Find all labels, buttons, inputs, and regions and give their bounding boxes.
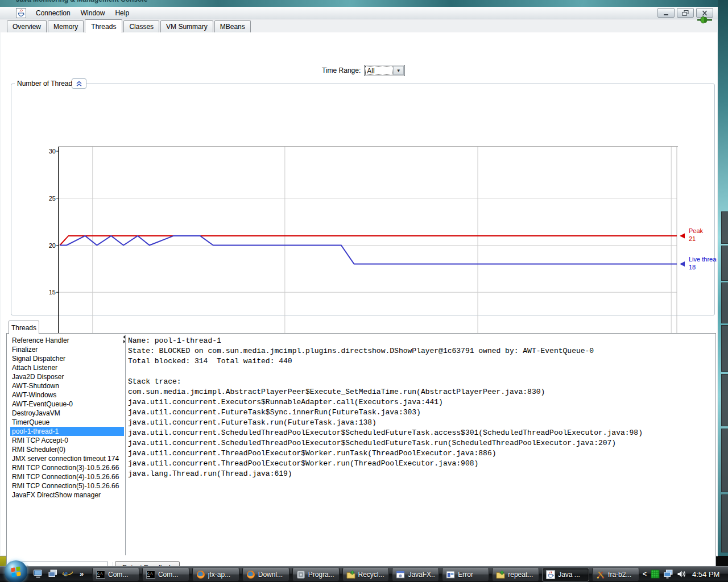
stack-trace-line: Stack trace: xyxy=(128,377,712,387)
window-title: Java Monitoring & Management Console xyxy=(16,0,147,3)
svg-text:Peak: Peak xyxy=(689,227,704,234)
stack-trace-line: com.sun.media.jmcimpl.AbstractPlayerPeer… xyxy=(128,387,712,397)
thread-list-item[interactable]: DestroyJavaVM xyxy=(10,409,124,418)
taskbar-button-label: fra-b2... xyxy=(608,571,631,579)
thread-list-item[interactable]: TimerQueue xyxy=(10,418,124,427)
stack-trace-line xyxy=(128,367,712,377)
network-tray-icon[interactable] xyxy=(651,569,660,579)
taskbar-buttons: C:\Com...C:\Com...jfx-ap...Downl...Progr… xyxy=(92,568,639,581)
svg-text:30: 30 xyxy=(49,148,56,155)
start-button[interactable] xyxy=(5,560,27,582)
taskbar-button-label: Java ... xyxy=(558,571,580,579)
stack-trace-line: Name: pool-1-thread-1 xyxy=(128,336,712,346)
folder-icon xyxy=(496,570,505,579)
thread-list: Reference HandlerFinalizerSignal Dispatc… xyxy=(10,336,124,553)
java-app-icon xyxy=(16,8,26,18)
tab-threads[interactable]: Threads xyxy=(85,19,122,33)
restore-button[interactable] xyxy=(677,8,694,18)
quick-launch-overflow-chevron[interactable]: » xyxy=(80,569,84,578)
thread-list-item[interactable]: Signal Dispatcher xyxy=(10,354,124,363)
internet-explorer-icon[interactable]: e xyxy=(63,568,73,579)
thread-list-item[interactable]: Attach Listener xyxy=(10,363,124,372)
taskbar-button-label: repeat... xyxy=(508,571,533,579)
taskbar-button-label: Progra... xyxy=(308,571,334,579)
thread-list-item[interactable]: RMI TCP Connection(3)-10.5.26.66 xyxy=(10,463,124,472)
menu-bar: Connection Window Help xyxy=(0,7,718,19)
thread-detail-text: Name: pool-1-thread-1State: BLOCKED on c… xyxy=(128,336,712,553)
thread-list-item[interactable]: Reference Handler xyxy=(10,336,124,345)
collapse-chevrons-icon[interactable] xyxy=(72,78,86,89)
tray-expand-chevron[interactable]: < xyxy=(643,570,647,578)
thread-list-item[interactable]: RMI Scheduler(0) xyxy=(10,445,124,454)
cmd-icon: C:\ xyxy=(96,570,105,579)
thread-list-item[interactable]: Java2D Disposer xyxy=(10,372,124,381)
taskbar-button[interactable]: JavaFX... xyxy=(392,568,439,581)
number-of-threads-groupbox: Number of Threads 302520151016:5116:5216… xyxy=(11,84,715,315)
taskbar-button-label: Error xyxy=(458,571,473,579)
brush-icon xyxy=(596,570,605,579)
thread-list-item[interactable]: JavaFX DirectShow manager xyxy=(10,490,124,500)
app-icon xyxy=(296,570,305,579)
taskbar-button[interactable]: Downl... xyxy=(242,568,289,581)
taskbar-button[interactable]: fra-b2... xyxy=(592,568,639,581)
taskbar-button[interactable]: Error xyxy=(442,568,489,581)
lower-tab-label: Threads xyxy=(11,324,36,332)
taskbar-button[interactable]: jfx-ap... xyxy=(192,568,239,581)
tab-mbeans[interactable]: MBeans xyxy=(214,20,251,32)
stack-trace-line: java.util.concurrent.ThreadPoolExecutor$… xyxy=(128,459,712,469)
taskbar-button-label: jfx-ap... xyxy=(208,571,230,579)
stack-trace-line: State: BLOCKED on com.sun.media.jmcimpl.… xyxy=(128,346,712,356)
quick-launch: e» xyxy=(33,568,84,579)
switch-windows-icon[interactable] xyxy=(48,568,58,579)
menu-help[interactable]: Help xyxy=(110,8,134,18)
svg-text:Live threads: Live threads xyxy=(689,256,717,263)
tab-classes[interactable]: Classes xyxy=(123,20,159,32)
display-tray-icon[interactable] xyxy=(664,569,673,579)
chart-title: Number of Threads xyxy=(15,80,78,88)
jconsole-window: Connection Window Help OverviewMemoryThr… xyxy=(0,7,718,556)
tab-vm-summary[interactable]: VM Summary xyxy=(160,20,213,32)
thread-list-item[interactable]: AWT-Windows xyxy=(10,390,124,400)
thread-list-item[interactable]: AWT-EventQueue-0 xyxy=(10,400,124,409)
taskbar-button-label: Recycl... xyxy=(358,571,384,579)
java-icon xyxy=(546,570,555,579)
stack-trace-line: java.util.concurrent.FutureTask$Sync.inn… xyxy=(128,408,712,418)
desktop-edge xyxy=(718,0,728,566)
taskbar-button[interactable]: Recycl... xyxy=(342,568,390,581)
tab-overview[interactable]: Overview xyxy=(7,20,47,32)
thread-list-item[interactable]: RMI TCP Accept-0 xyxy=(10,436,124,445)
volume-tray-icon[interactable] xyxy=(677,569,686,579)
tab-memory[interactable]: Memory xyxy=(48,20,84,32)
stack-trace-line: java.lang.Thread.run(Thread.java:619) xyxy=(128,469,712,479)
list-detail-divider[interactable] xyxy=(125,335,126,555)
time-range-label: Time Range: xyxy=(322,66,361,74)
time-range-combobox[interactable]: All ▼ xyxy=(364,65,405,76)
thread-list-item[interactable]: pool-1-thread-1 xyxy=(10,427,124,436)
svg-text:20: 20 xyxy=(49,242,56,249)
menu-connection[interactable]: Connection xyxy=(31,8,76,18)
thread-list-item[interactable]: AWT-Shutdown xyxy=(10,381,124,390)
chevron-down-icon[interactable]: ▼ xyxy=(393,66,404,75)
tab-threads-lower[interactable]: Threads xyxy=(9,321,39,334)
taskbar-button-label: Downl... xyxy=(258,571,283,579)
taskbar-button[interactable]: Java ... xyxy=(542,568,589,581)
svg-text:15: 15 xyxy=(49,289,56,296)
taskbar-button-label: Com... xyxy=(158,571,178,579)
cmd-icon: C:\ xyxy=(146,570,155,579)
minimize-button[interactable] xyxy=(657,8,675,18)
thread-list-item[interactable]: Finalizer xyxy=(10,345,124,354)
svg-text:C:\: C:\ xyxy=(97,572,103,575)
taskbar-button[interactable]: C:\Com... xyxy=(142,568,189,581)
menu-window[interactable]: Window xyxy=(76,8,110,18)
thread-list-item[interactable]: JMX server connection timeout 174 xyxy=(10,454,124,463)
notification-area: < 4:54 PM xyxy=(643,566,728,582)
taskbar-button[interactable]: repeat... xyxy=(492,568,539,581)
show-desktop-icon[interactable] xyxy=(33,568,43,579)
taskbar-button[interactable]: Progra... xyxy=(292,568,340,581)
firefox-icon xyxy=(196,570,205,579)
thread-list-item[interactable]: RMI TCP Connection(5)-10.5.26.66 xyxy=(10,481,124,490)
taskbar-button[interactable]: C:\Com... xyxy=(92,568,139,581)
error-window-icon xyxy=(446,570,455,579)
taskbar-button-label: Com... xyxy=(108,571,128,579)
thread-list-item[interactable]: RMI TCP Connection(4)-10.5.26.66 xyxy=(10,472,124,481)
